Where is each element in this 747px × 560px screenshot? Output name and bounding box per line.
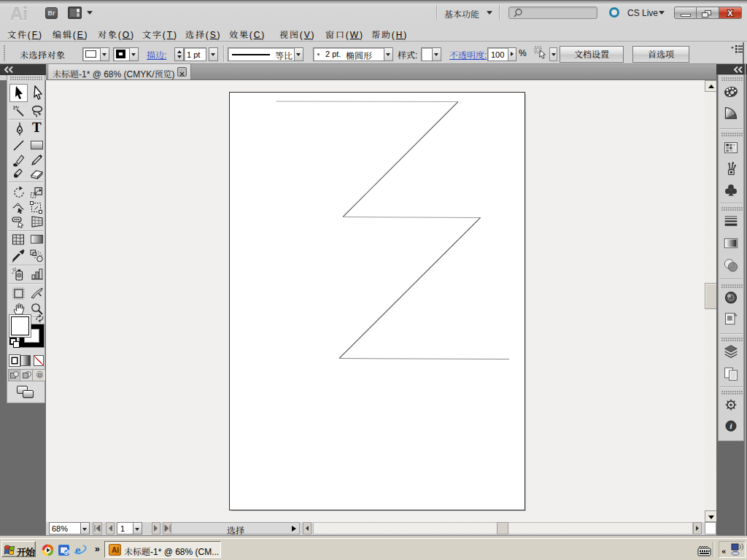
svg-text:X: X [727, 9, 733, 18]
svg-text:i: i [729, 421, 732, 430]
svg-text:e: e [75, 544, 81, 556]
